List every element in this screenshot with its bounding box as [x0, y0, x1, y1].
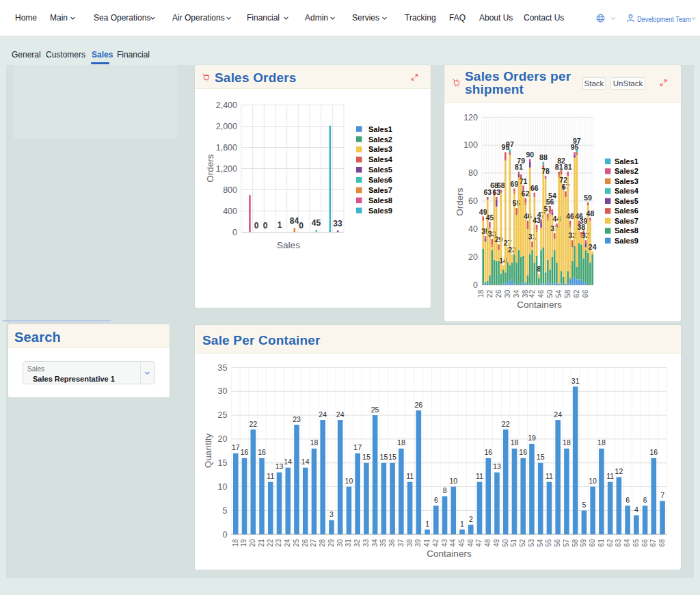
svg-text:58: 58: [563, 290, 571, 298]
svg-text:11: 11: [267, 472, 274, 480]
svg-text:Sales: Sales: [277, 240, 300, 250]
svg-text:68: 68: [658, 539, 666, 547]
svg-text:16: 16: [484, 448, 492, 456]
svg-text:15: 15: [362, 453, 371, 461]
svg-text:11: 11: [606, 472, 614, 480]
svg-text:32: 32: [353, 539, 361, 547]
svg-text:24: 24: [554, 410, 562, 419]
svg-text:11: 11: [546, 472, 553, 480]
svg-text:43: 43: [441, 539, 448, 547]
svg-text:63: 63: [483, 188, 492, 196]
svg-text:13: 13: [275, 462, 284, 471]
svg-text:66: 66: [641, 539, 649, 547]
svg-text:46: 46: [537, 290, 545, 298]
svg-text:58: 58: [571, 539, 579, 547]
svg-text:Sales5: Sales5: [368, 166, 392, 174]
svg-text:Containers: Containers: [517, 300, 562, 310]
svg-text:Orders: Orders: [455, 187, 465, 216]
svg-text:60: 60: [589, 539, 596, 547]
svg-text:35: 35: [217, 363, 227, 373]
svg-text:11: 11: [406, 472, 414, 480]
svg-text:31: 31: [345, 539, 352, 547]
svg-text:Sales8: Sales8: [615, 226, 638, 235]
svg-text:Sales2: Sales2: [368, 135, 392, 144]
svg-text:50: 50: [546, 290, 554, 298]
svg-text:16: 16: [649, 448, 658, 456]
svg-text:34: 34: [512, 290, 520, 298]
svg-text:22: 22: [485, 290, 494, 298]
svg-text:1: 1: [460, 520, 464, 528]
svg-text:29: 29: [327, 539, 335, 547]
svg-text:23: 23: [275, 539, 283, 547]
svg-text:19: 19: [241, 539, 248, 547]
svg-text:57: 57: [563, 539, 570, 547]
svg-text:17: 17: [353, 443, 362, 451]
svg-text:65: 65: [632, 539, 640, 547]
svg-text:63: 63: [492, 188, 500, 196]
svg-text:33: 33: [362, 539, 370, 547]
svg-text:18: 18: [310, 438, 319, 447]
svg-text:10: 10: [345, 477, 353, 485]
svg-text:26: 26: [301, 539, 309, 547]
svg-text:44: 44: [449, 539, 457, 547]
svg-text:64: 64: [623, 539, 631, 547]
svg-text:0: 0: [263, 221, 268, 230]
svg-text:15: 15: [388, 453, 396, 461]
svg-text:56: 56: [554, 539, 561, 547]
svg-text:5: 5: [222, 506, 227, 516]
svg-text:54: 54: [537, 539, 544, 547]
svg-text:51: 51: [511, 539, 518, 547]
svg-text:4: 4: [634, 505, 638, 514]
svg-text:25: 25: [217, 410, 227, 420]
svg-text:22: 22: [502, 420, 510, 428]
svg-text:5: 5: [582, 501, 586, 509]
svg-text:20: 20: [217, 434, 227, 444]
svg-text:Quantity: Quantity: [203, 434, 213, 468]
svg-text:Sales9: Sales9: [615, 237, 638, 245]
svg-text:0: 0: [232, 228, 237, 237]
svg-text:3: 3: [329, 510, 334, 518]
svg-text:40: 40: [468, 224, 478, 234]
svg-text:46: 46: [566, 212, 574, 220]
svg-text:Sales2: Sales2: [615, 167, 638, 175]
svg-text:63: 63: [615, 539, 622, 547]
svg-text:88: 88: [539, 153, 548, 161]
svg-text:400: 400: [223, 207, 237, 216]
svg-text:0: 0: [299, 221, 304, 230]
svg-text:19: 19: [528, 434, 536, 442]
svg-text:69: 69: [511, 180, 519, 188]
svg-text:2: 2: [469, 515, 473, 523]
svg-text:24: 24: [284, 539, 291, 547]
svg-text:18: 18: [511, 438, 519, 447]
svg-text:45: 45: [486, 213, 494, 222]
svg-text:18: 18: [476, 290, 485, 298]
svg-text:26: 26: [414, 401, 422, 409]
svg-text:1,600: 1,600: [216, 143, 237, 153]
svg-text:Sales4: Sales4: [615, 187, 639, 195]
svg-text:78: 78: [541, 167, 550, 175]
svg-text:6: 6: [434, 496, 438, 504]
svg-text:6: 6: [643, 496, 647, 504]
svg-text:1,200: 1,200: [216, 164, 237, 174]
svg-text:31: 31: [571, 377, 580, 385]
svg-text:36: 36: [388, 539, 396, 547]
svg-text:100: 100: [463, 140, 478, 150]
svg-text:15: 15: [380, 453, 388, 461]
svg-text:52: 52: [519, 539, 526, 547]
svg-text:12: 12: [615, 467, 623, 475]
svg-text:38: 38: [406, 539, 414, 547]
svg-text:Sales1: Sales1: [368, 125, 392, 133]
svg-text:15: 15: [217, 458, 227, 468]
svg-text:24: 24: [589, 243, 597, 251]
svg-text:800: 800: [223, 185, 237, 195]
svg-text:10: 10: [589, 477, 597, 485]
svg-text:Orders: Orders: [205, 154, 215, 183]
svg-text:68: 68: [497, 181, 505, 189]
svg-text:62: 62: [606, 539, 614, 547]
svg-text:41: 41: [423, 539, 431, 547]
svg-text:10: 10: [449, 477, 457, 485]
svg-text:30: 30: [336, 539, 344, 547]
svg-text:61: 61: [597, 539, 605, 547]
svg-text:62: 62: [572, 290, 580, 298]
svg-text:50: 50: [502, 539, 509, 547]
